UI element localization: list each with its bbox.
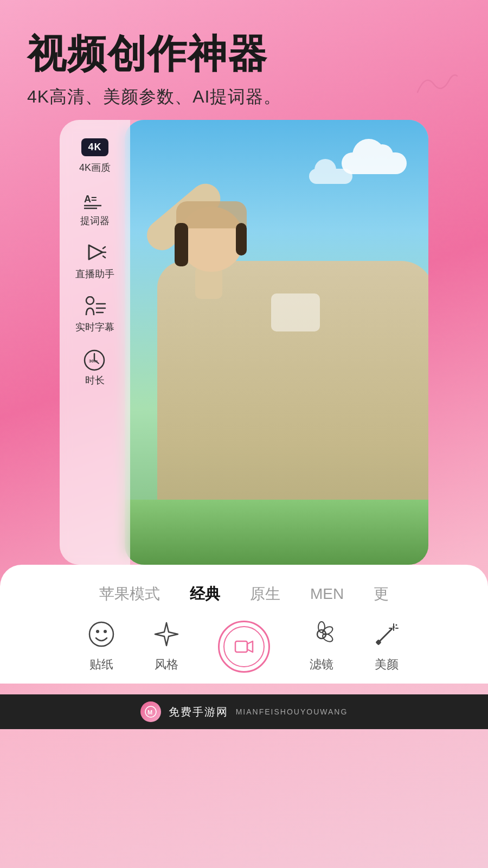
- video-container: [125, 120, 428, 565]
- tool-subtitles[interactable]: 实时字幕: [75, 296, 114, 334]
- footer-bar: M 免费手游网 MIANFEISHOUYOUWANG: [0, 694, 488, 729]
- svg-line-6: [103, 256, 105, 258]
- beauty-svg-icon: [373, 621, 400, 648]
- phone-card: 4K 4K画质 A= 提词器: [60, 120, 428, 565]
- sidebar-tools: 4K 4K画质 A= 提词器: [60, 120, 130, 565]
- beauty-label: 美颜: [375, 656, 399, 673]
- tool-live[interactable]: 直播助手: [75, 242, 114, 280]
- landscape: [125, 500, 428, 565]
- footer-logo-icon: M: [145, 706, 157, 718]
- teleprompter-svg-icon: A=: [84, 190, 106, 210]
- badge-4k: 4K: [81, 138, 108, 156]
- tool-teleprompter-icon: A=: [81, 189, 109, 211]
- filter-tab-original[interactable]: 原生: [250, 584, 280, 604]
- sticker-icon: [88, 621, 115, 651]
- svg-point-22: [318, 622, 325, 633]
- svg-text:30m: 30m: [89, 359, 98, 363]
- footer-url: MIANFEISHOUYOUWANG: [236, 707, 348, 716]
- tool-4k[interactable]: 4K 4K画质: [79, 136, 111, 174]
- duration-svg-icon: 30m: [82, 348, 107, 371]
- style-button[interactable]: 风格: [153, 621, 180, 673]
- svg-line-25: [378, 629, 392, 642]
- girl-illustration: [125, 120, 428, 565]
- svg-text:M: M: [147, 709, 152, 716]
- footer-logo: M: [140, 701, 161, 722]
- svg-point-17: [104, 630, 107, 633]
- svg-point-32: [396, 624, 397, 626]
- filter-icon: [308, 621, 335, 651]
- main-title: 视频创作神器: [27, 33, 461, 75]
- sticker-svg-icon: [88, 621, 115, 648]
- filter-tab-more[interactable]: 更: [374, 584, 389, 604]
- tool-duration[interactable]: 30m 时长: [81, 349, 109, 387]
- filter-label: 滤镜: [310, 656, 333, 673]
- hair-left: [175, 223, 188, 266]
- filter-tab-apple[interactable]: 苹果模式: [99, 584, 160, 604]
- head: [179, 207, 244, 272]
- tool-duration-label: 时长: [85, 374, 105, 387]
- tool-subtitles-icon: [81, 296, 109, 317]
- tool-duration-icon: 30m: [81, 349, 109, 371]
- hair-right: [236, 223, 247, 256]
- style-svg-icon: [153, 621, 180, 648]
- sticker-button[interactable]: 贴纸: [88, 621, 115, 673]
- tool-teleprompter-label: 提词器: [80, 214, 110, 227]
- bottom-panel: 苹果模式 经典 原生 MEN 更: [0, 565, 488, 684]
- live-svg-icon: [84, 243, 106, 264]
- svg-marker-3: [89, 245, 102, 259]
- page-wrapper: 视频创作神器 4K高清、美颜参数、AI提词器。: [0, 0, 488, 868]
- svg-point-15: [89, 622, 113, 646]
- filter-svg-icon: [308, 621, 335, 648]
- filter-button[interactable]: 滤镜: [308, 621, 335, 673]
- lace-detail: [271, 293, 320, 331]
- filter-tabs-row: 苹果模式 经典 原生 MEN 更: [11, 584, 477, 604]
- header-section: 视频创作神器 4K高清、美颜参数、AI提词器。: [0, 0, 488, 120]
- tool-subtitles-label: 实时字幕: [75, 321, 114, 334]
- svg-rect-19: [235, 641, 247, 652]
- record-button-inner: [223, 626, 265, 667]
- content-area: 4K 4K画质 A= 提词器: [0, 120, 488, 868]
- style-icon: [153, 621, 180, 651]
- svg-point-16: [96, 630, 99, 633]
- tool-live-label: 直播助手: [75, 267, 114, 280]
- svg-marker-18: [155, 623, 178, 646]
- filter-tab-classic[interactable]: 经典: [190, 584, 220, 604]
- subtitle: 4K高清、美颜参数、AI提词器。: [27, 85, 461, 109]
- svg-point-7: [86, 297, 94, 304]
- tool-4k-label: 4K画质: [79, 161, 111, 174]
- tool-live-icon: [81, 242, 109, 264]
- mockup-wrapper: 4K 4K画质 A= 提词器: [49, 120, 439, 586]
- beauty-icon: [373, 621, 400, 651]
- sticker-label: 贴纸: [89, 656, 113, 673]
- tool-4k-icon-box: 4K: [81, 136, 109, 158]
- tool-teleprompter[interactable]: A= 提词器: [80, 189, 110, 227]
- filter-tab-men[interactable]: MEN: [310, 585, 344, 603]
- controls-row: 贴纸 风格: [11, 621, 477, 673]
- beauty-button[interactable]: 美颜: [373, 621, 400, 673]
- svg-line-4: [103, 247, 105, 248]
- record-icon: [234, 637, 254, 656]
- decorative-squiggle: [415, 71, 458, 98]
- svg-point-31: [393, 626, 395, 628]
- footer-site-name: 免费手游网: [169, 705, 228, 719]
- svg-text:A=: A=: [84, 194, 97, 205]
- record-button[interactable]: [218, 621, 270, 673]
- subtitles-svg-icon: [84, 296, 106, 317]
- svg-marker-20: [247, 641, 253, 652]
- style-label: 风格: [155, 656, 178, 673]
